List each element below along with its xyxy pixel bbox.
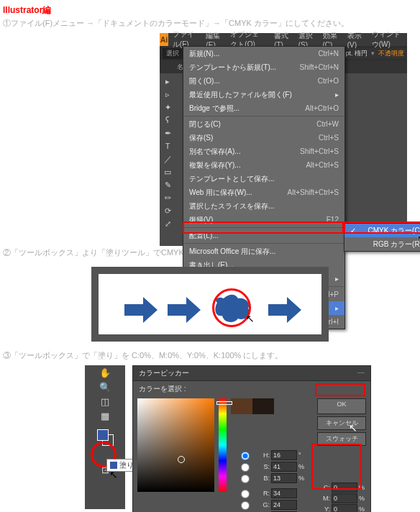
menu-item[interactable]: Bridge で参照...Alt+Ctrl+O bbox=[183, 101, 344, 115]
g-radio[interactable] bbox=[234, 501, 256, 510]
submenu-item[interactable]: RGB カラー(R) bbox=[344, 237, 420, 251]
menu-item[interactable]: Microsoft Office 用に保存... bbox=[183, 244, 344, 258]
hue-knob bbox=[216, 401, 232, 405]
slice-tool-icon[interactable]: ◫ bbox=[85, 394, 125, 408]
section-heading: Illustrator編 bbox=[0, 0, 420, 17]
rotate-tool-icon[interactable]: ⟳ bbox=[160, 204, 175, 217]
s-radio[interactable] bbox=[234, 463, 256, 472]
screenshot-file-menu: Ai ファイル(F) 編集(E) オブジェクト(O) 書式(T) 選択(S) 効… bbox=[160, 33, 407, 246]
menu-item[interactable]: テンプレートとして保存... bbox=[183, 172, 344, 186]
picker-label: カラーを選択 : bbox=[133, 381, 370, 394]
direct-select-tool-icon[interactable]: ▹ bbox=[160, 88, 175, 101]
menu-item[interactable]: 開く(O)...Ctrl+O bbox=[183, 74, 344, 88]
scale-tool-icon[interactable]: ⤢ bbox=[160, 217, 175, 230]
opacity-label[interactable]: 不透明度 bbox=[378, 49, 404, 58]
selection-tool-icon[interactable]: ▸ bbox=[160, 75, 175, 88]
swatch-button[interactable]: スウォッチ bbox=[317, 432, 366, 446]
menu-item[interactable]: 閉じる(C)Ctrl+W bbox=[183, 117, 344, 131]
arrow-shape-2 bbox=[168, 297, 201, 323]
options-label: 選択 bbox=[163, 48, 183, 59]
cursor-icon: ↖ bbox=[109, 469, 118, 480]
r-input[interactable] bbox=[271, 488, 297, 498]
m-input[interactable] bbox=[332, 493, 357, 503]
artboard-tool-icon[interactable]: ▦ bbox=[85, 408, 125, 423]
highlight-circle bbox=[212, 288, 251, 327]
menu-item[interactable]: 選択したスライスを保存... bbox=[183, 199, 344, 213]
fill-swatch[interactable] bbox=[97, 429, 109, 441]
rect-tool-icon[interactable]: ▭ bbox=[160, 165, 175, 178]
pen-tool-icon[interactable]: ✒ bbox=[160, 127, 175, 140]
sv-cursor bbox=[178, 456, 185, 463]
artboard bbox=[99, 274, 321, 334]
s-input[interactable] bbox=[271, 462, 297, 472]
h-radio[interactable] bbox=[234, 452, 256, 460]
r-radio[interactable] bbox=[234, 490, 256, 498]
screenshot-toolbox-fill: ✋ 🔍 ◫ ▦ 塗り (X) ⊡ ↖ bbox=[85, 365, 125, 509]
menu-item[interactable]: 新規(N)...Ctrl+N bbox=[183, 47, 344, 60]
menu-item[interactable]: 最近使用したファイルを開く(F)▸ bbox=[183, 88, 344, 101]
arrow-shape-4 bbox=[268, 297, 301, 323]
magic-wand-tool-icon[interactable]: ✦ bbox=[160, 101, 175, 114]
new-current-swatch bbox=[231, 398, 274, 414]
app-menubar: Ai ファイル(F) 編集(E) オブジェクト(O) 書式(T) 選択(S) 効… bbox=[160, 33, 407, 46]
sv-field[interactable] bbox=[137, 398, 214, 492]
zoom-tool-icon[interactable]: 🔍 bbox=[85, 380, 125, 394]
cursor-icon: ↖ bbox=[246, 313, 255, 324]
screenshot-canvas-arrows: ↖ bbox=[91, 267, 329, 342]
y-input[interactable] bbox=[332, 504, 357, 512]
tool-column: ▸ ▹ ✦ ʕ ✒ T ／ ▭ ✎ ✏ ⟳ ⤢ bbox=[160, 75, 175, 230]
illustrator-app-icon: Ai bbox=[160, 33, 168, 46]
menu-item[interactable]: 別名で保存(A)...Shift+Ctrl+S bbox=[183, 145, 344, 158]
menu-item[interactable]: 配置(L)... bbox=[183, 229, 344, 242]
cancel-button[interactable]: キャンセル bbox=[317, 416, 366, 430]
cursor-icon: ↖ bbox=[349, 422, 357, 434]
menu-window[interactable]: ウィンドウ(W) bbox=[368, 29, 407, 50]
b-radio[interactable] bbox=[234, 475, 256, 483]
b-input[interactable] bbox=[271, 473, 297, 483]
menu-view[interactable]: 表示(V) bbox=[343, 31, 368, 49]
screenshot-color-picker: カラーピッカー — カラーを選択 : OK キャンセル スウォッチ H:° bbox=[132, 365, 371, 512]
h-input[interactable] bbox=[271, 450, 297, 460]
brush-tool-icon[interactable]: ✎ bbox=[160, 178, 175, 191]
c-input[interactable] bbox=[332, 483, 357, 493]
color-mode-submenu: ✓CMYK カラー(C) RGB カラー(R) bbox=[344, 223, 420, 252]
lasso-tool-icon[interactable]: ʕ bbox=[160, 114, 175, 127]
menu-item[interactable]: 保存(S)Ctrl+S bbox=[183, 131, 344, 145]
menu-item[interactable]: テンプレートから新規(T)...Shift+Ctrl+N bbox=[183, 60, 344, 74]
menu-item[interactable]: 複製を保存(Y)...Alt+Ctrl+S bbox=[183, 158, 344, 172]
g-input[interactable] bbox=[271, 500, 297, 510]
picker-titlebar: カラーピッカー — bbox=[133, 366, 370, 381]
type-tool-icon[interactable]: T bbox=[160, 140, 175, 152]
step3-caption: ③「ツールボックス」で「塗り」を C:0%、M:0%、Y:0%、K:100% に… bbox=[0, 349, 420, 365]
hue-slider[interactable] bbox=[219, 398, 227, 492]
ok-button[interactable]: OK bbox=[317, 398, 366, 414]
submenu-item[interactable]: ✓CMYK カラー(C) bbox=[344, 224, 420, 237]
picker-title: カラーピッカー bbox=[139, 368, 189, 378]
arrow-shape-1 bbox=[124, 297, 158, 323]
picker-collapse-icon[interactable]: — bbox=[357, 368, 365, 378]
hand-tool-icon[interactable]: ✋ bbox=[85, 365, 125, 380]
cursor-icon: ↖ bbox=[417, 233, 420, 244]
menu-item[interactable]: 復帰(V)F12 bbox=[183, 213, 344, 227]
pencil-tool-icon[interactable]: ✏ bbox=[160, 191, 175, 204]
line-tool-icon[interactable]: ／ bbox=[160, 152, 175, 165]
menu-item[interactable]: Web 用に保存(W)...Alt+Shift+Ctrl+S bbox=[183, 186, 344, 199]
